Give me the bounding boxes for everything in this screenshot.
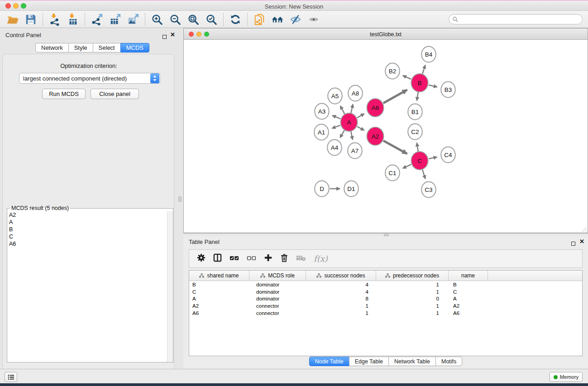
- graph-node-D[interactable]: D: [315, 181, 329, 197]
- graph-node-B1[interactable]: B1: [408, 104, 422, 120]
- column-header-successor-nodes[interactable]: successor nodes: [306, 271, 376, 281]
- table-cell[interactable]: B: [449, 282, 488, 287]
- graph-edge-A-A1[interactable]: [332, 125, 340, 129]
- new-network-from-selection-icon[interactable]: [250, 12, 268, 27]
- show-panels-list-button[interactable]: [5, 372, 17, 382]
- show-selected-eye-icon[interactable]: [305, 12, 323, 27]
- table-row[interactable]: Bdominator41B: [189, 281, 582, 288]
- close-panel-icon[interactable]: ✕: [170, 33, 175, 37]
- graph-node-C3[interactable]: C3: [421, 182, 436, 198]
- table-cell[interactable]: 0: [376, 296, 449, 301]
- tab-select[interactable]: Select: [93, 43, 121, 52]
- graph-edge-C-C1[interactable]: [403, 164, 411, 168]
- mcds-result-item[interactable]: A: [7, 219, 173, 226]
- graph-edge-C-C2[interactable]: [417, 143, 418, 152]
- mcds-result-item[interactable]: A6: [7, 240, 173, 248]
- show-column-icon[interactable]: [213, 253, 222, 264]
- apply-layout-icon[interactable]: [226, 12, 244, 27]
- open-session-icon[interactable]: [4, 12, 22, 27]
- run-mcds-button[interactable]: Run MCDS: [42, 89, 86, 99]
- memory-button[interactable]: Memory: [550, 372, 583, 382]
- graph-node-C1[interactable]: C1: [385, 165, 400, 181]
- export-image-icon[interactable]: [124, 12, 142, 27]
- table-cell[interactable]: 1: [306, 310, 376, 316]
- graph-node-A3[interactable]: A3: [315, 104, 329, 119]
- close-window-button[interactable]: [5, 3, 11, 9]
- mcds-result-item[interactable]: A2: [7, 211, 173, 219]
- mcds-list-scrollbar[interactable]: [167, 211, 173, 362]
- graph-edge-C-C3[interactable]: [422, 170, 425, 179]
- table-cell[interactable]: 4: [306, 289, 376, 295]
- zoom-fit-icon[interactable]: [184, 12, 202, 27]
- optimization-criterion-select[interactable]: largest connected component (directed): [19, 73, 160, 84]
- graph-edge-A6-B[interactable]: [383, 90, 407, 103]
- graph-edge-B-B3[interactable]: [429, 85, 437, 87]
- table-cell[interactable]: A6: [449, 310, 488, 316]
- graph-edge-A-A8[interactable]: [351, 104, 353, 113]
- graph-node-B4[interactable]: B4: [421, 47, 436, 62]
- hide-selected-eye-icon[interactable]: [287, 12, 305, 27]
- export-table-icon[interactable]: [106, 12, 124, 27]
- divider-drag-handle[interactable]: [178, 196, 182, 202]
- select-all-columns-icon[interactable]: [229, 255, 239, 263]
- graph-node-B[interactable]: B: [411, 74, 428, 92]
- import-table-icon[interactable]: [64, 12, 82, 27]
- mcds-result-list[interactable]: A2ABCA6: [7, 211, 173, 362]
- table-cell[interactable]: 4: [306, 282, 376, 287]
- column-header-MCDS-role[interactable]: MCDS role: [249, 271, 306, 281]
- graph-edge-B-B4[interactable]: [422, 65, 425, 74]
- table-cell[interactable]: dominator: [249, 296, 306, 301]
- minimize-window-button[interactable]: [13, 3, 19, 9]
- network-canvas[interactable]: B4B2BB3A8A5A6A3B1AA1C2A2A4A7C4CC1C3DD1: [184, 40, 588, 233]
- graph-node-C4[interactable]: C4: [441, 147, 455, 163]
- graph-edge-A2-C[interactable]: [383, 141, 407, 154]
- close-table-panel-icon[interactable]: ✕: [579, 239, 584, 243]
- vertical-split-divider[interactable]: [177, 28, 183, 369]
- table-row[interactable]: Cdominator41C: [189, 288, 582, 295]
- table-cell[interactable]: 1: [376, 303, 449, 309]
- zoom-window-button[interactable]: [21, 3, 26, 9]
- tab-mcds[interactable]: MCDS: [120, 43, 149, 52]
- table-cell[interactable]: dominator: [249, 282, 306, 287]
- column-header-shared-name[interactable]: shared name: [189, 271, 249, 281]
- tab-edge-table[interactable]: Edge Table: [349, 357, 389, 366]
- graph-node-C[interactable]: C: [411, 152, 428, 170]
- float-panel-icon[interactable]: [163, 33, 167, 41]
- graph-node-A4[interactable]: A4: [327, 140, 342, 156]
- graph-node-B2[interactable]: B2: [385, 63, 400, 79]
- graph-node-C2[interactable]: C2: [408, 124, 422, 140]
- table-cell[interactable]: 1: [376, 282, 449, 287]
- tab-network-table[interactable]: Network Table: [388, 357, 436, 366]
- table-cell[interactable]: 1: [306, 303, 376, 309]
- export-network-icon[interactable]: [88, 12, 106, 27]
- search-input[interactable]: [458, 15, 582, 24]
- table-row[interactable]: A6connector11A6: [189, 310, 582, 317]
- graph-node-A2[interactable]: A2: [367, 127, 384, 145]
- table-cell[interactable]: B: [189, 282, 249, 287]
- table-cell[interactable]: connector: [249, 310, 306, 316]
- tab-network[interactable]: Network: [35, 43, 69, 52]
- graph-node-D1[interactable]: D1: [344, 181, 359, 197]
- show-all-networks-icon[interactable]: [268, 12, 287, 27]
- import-network-icon[interactable]: [46, 12, 64, 27]
- graph-edge-A-A6[interactable]: [357, 114, 364, 118]
- table-cell[interactable]: C: [189, 289, 249, 295]
- graph-edge-A-A3[interactable]: [332, 115, 340, 119]
- table-cell[interactable]: C: [449, 289, 488, 295]
- table-cell[interactable]: 1: [376, 289, 449, 295]
- column-header-name[interactable]: name: [449, 271, 488, 281]
- table-cell[interactable]: A: [189, 296, 249, 301]
- deselect-all-columns-icon[interactable]: [247, 255, 256, 263]
- graph-edge-C-C4[interactable]: [429, 157, 437, 159]
- graph-edge-A-A2[interactable]: [357, 127, 364, 130]
- graph-edge-A-A5[interactable]: [340, 106, 345, 114]
- float-table-panel-icon[interactable]: [571, 239, 575, 248]
- graph-node-A[interactable]: A: [341, 113, 358, 131]
- graph-edge-A-A7[interactable]: [351, 131, 353, 140]
- table-row[interactable]: A2connector11A2: [189, 302, 582, 310]
- tab-node-table[interactable]: Node Table: [309, 357, 349, 366]
- graph-node-A1[interactable]: A1: [314, 124, 329, 140]
- table-cell[interactable]: 8: [306, 296, 376, 301]
- graph-edge-B-B2[interactable]: [403, 76, 411, 79]
- table-cell[interactable]: A6: [189, 310, 249, 316]
